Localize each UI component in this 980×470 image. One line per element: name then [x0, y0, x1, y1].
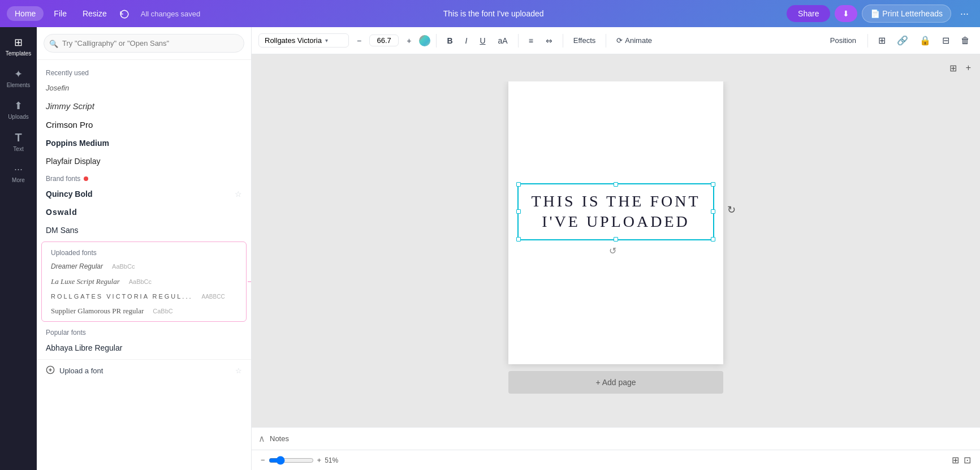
grid-view-button[interactable]: ⊞	[952, 455, 959, 465]
decrease-font-size[interactable]: −	[352, 34, 366, 48]
elements-icon: ✦	[14, 68, 23, 80]
uploaded-font-dreamer[interactable]: Dreamer Regular AaBbCc	[42, 259, 246, 274]
text-icon: T	[15, 131, 21, 144]
undo-button[interactable]	[117, 6, 132, 21]
laluxe-font-name: La Luxe Script Regular	[51, 277, 120, 286]
font-search-wrap: 🔍	[37, 27, 251, 60]
delete-button[interactable]: 🗑	[957, 33, 973, 48]
brand-fonts-label: Brand fonts	[37, 170, 251, 185]
canvas-duplicate-icon[interactable]: ⊞	[947, 61, 959, 76]
upload-font-button[interactable]: Upload a font ☆	[37, 359, 251, 382]
handle-tm[interactable]	[614, 182, 618, 187]
italic-button[interactable]: I	[461, 34, 472, 48]
align-button[interactable]: ≡	[524, 34, 538, 48]
handle-mr[interactable]	[711, 209, 715, 214]
file-button[interactable]: File	[48, 6, 72, 21]
fullscreen-button[interactable]: ⊡	[964, 455, 971, 465]
handle-bl[interactable]	[516, 237, 521, 242]
font-name-crimson: Crimson Pro	[46, 120, 93, 130]
underline-button[interactable]: U	[475, 34, 490, 48]
font-item-quincy[interactable]: Quincy Bold ☆	[37, 185, 251, 203]
font-dropdown-arrow: ▾	[325, 37, 328, 44]
share-button[interactable]: Share	[787, 5, 830, 22]
case-button[interactable]: aA	[494, 34, 512, 48]
position-button[interactable]: Position	[826, 34, 861, 47]
font-item-josefin[interactable]: Josefin	[37, 79, 251, 97]
canvas-content-area: Rollgates Victoria ▾ − + B I U aA ≡ ⇔ Ef…	[252, 27, 980, 470]
font-size-input[interactable]	[372, 36, 396, 45]
animate-button[interactable]: ⟳ Animate	[612, 34, 657, 47]
notes-expand-icon[interactable]: ∧	[258, 433, 265, 444]
uploads-icon: ⬆	[14, 100, 23, 112]
font-selector[interactable]: Rollgates Victoria ▾	[258, 33, 349, 48]
more-button-top[interactable]: ···	[956, 6, 973, 22]
copy-style-button[interactable]: ⊞	[875, 33, 889, 48]
rotate-handle[interactable]: ↻	[727, 204, 736, 216]
brand-dot	[84, 176, 88, 181]
font-item-poppins[interactable]: Poppins Medium	[37, 134, 251, 152]
laluxe-preview: AaBbCc	[129, 278, 152, 285]
duplicate-button[interactable]: ⊟	[939, 33, 953, 48]
increase-font-size[interactable]: +	[402, 34, 416, 48]
topbar-right: Share ⬇ 📄 Print Letterheads ···	[787, 5, 973, 23]
divider1	[436, 34, 437, 48]
uploaded-font-rollgates[interactable]: ROLLGATES VICTORIA REGUL... AABBCC	[42, 290, 246, 303]
refresh-below[interactable]: ↺	[609, 245, 616, 256]
link-button[interactable]: 🔗	[893, 33, 912, 48]
rollgates-preview: AABBCC	[202, 294, 225, 300]
sidebar-item-templates[interactable]: ⊞ Templates	[2, 32, 35, 61]
font-item-dmsans[interactable]: DM Sans	[37, 221, 251, 239]
font-item-crimson[interactable]: Crimson Pro	[37, 115, 251, 134]
divider3	[563, 34, 563, 48]
handle-bm[interactable]	[614, 237, 618, 242]
handle-tl[interactable]	[516, 182, 521, 187]
spacing-button[interactable]: ⇔	[541, 34, 557, 48]
text-selection-box[interactable]: ↻ This is the font I've uploaded ↺	[517, 183, 714, 240]
sidebar-item-label-templates: Templates	[6, 50, 32, 57]
search-icon: 🔍	[49, 39, 58, 48]
print-button[interactable]: 📄 Print Letterheads	[862, 5, 951, 23]
recently-used-label: Recently used	[37, 64, 251, 79]
font-name-playfair: Playfair Display	[46, 157, 100, 166]
uploaded-font-supplier[interactable]: Supplier Glamorous PR regular CaBbC	[42, 303, 246, 319]
font-item-playfair[interactable]: Playfair Display	[37, 152, 251, 170]
font-name-abhaya: Abhaya Libre Regular	[46, 343, 122, 352]
dreamer-preview: AaBbCc	[112, 263, 135, 270]
sidebar-item-text[interactable]: T Text	[2, 127, 35, 157]
resize-button[interactable]: Resize	[77, 6, 113, 21]
font-item-abhaya[interactable]: Abhaya Libre Regular	[37, 339, 251, 357]
add-page-button[interactable]: + Add page	[508, 371, 723, 394]
download-button[interactable]: ⬇	[835, 5, 857, 22]
zoom-plus[interactable]: +	[317, 456, 322, 464]
sidebar-item-label-more: More	[12, 177, 25, 183]
font-search-input[interactable]	[44, 34, 244, 53]
rollgates-font-name: ROLLGATES VICTORIA REGUL...	[51, 293, 193, 300]
canvas-scroll-area[interactable]: ↻ This is the font I've uploaded ↺ + Add…	[252, 81, 980, 427]
font-name-dmsans: DM Sans	[46, 226, 79, 235]
effects-button[interactable]: Effects	[569, 34, 601, 47]
canvas-page: ↻ This is the font I've uploaded ↺	[508, 81, 723, 364]
font-item-oswald[interactable]: Oswald	[37, 203, 251, 221]
uploaded-font-laluxe[interactable]: La Luxe Script Regular AaBbCc	[42, 274, 246, 290]
font-list: Recently used Josefin Jimmy Script Crims…	[37, 60, 251, 470]
selected-text: This is the font I've uploaded	[525, 191, 706, 232]
sidebar-item-uploads[interactable]: ⬆ Uploads	[2, 95, 35, 124]
status-bar: − + 51% ⊞ ⊡	[252, 450, 980, 470]
zoom-minus[interactable]: −	[261, 456, 265, 464]
divider4	[606, 34, 606, 48]
sidebar-item-more[interactable]: ··· More	[2, 159, 35, 188]
handle-br[interactable]	[711, 237, 715, 242]
home-button[interactable]: Home	[7, 6, 44, 21]
bold-button[interactable]: B	[442, 34, 457, 48]
handle-ml[interactable]	[516, 209, 521, 214]
handle-tr[interactable]	[711, 182, 715, 187]
lock-button[interactable]: 🔒	[916, 33, 934, 48]
font-search-inner: 🔍	[44, 34, 244, 53]
color-picker[interactable]	[419, 35, 430, 46]
canvas-add-icon[interactable]: +	[964, 61, 973, 75]
zoom-slider[interactable]	[269, 456, 314, 465]
templates-icon: ⊞	[14, 36, 23, 49]
sidebar-item-elements[interactable]: ✦ Elements	[2, 63, 35, 93]
font-item-jimmy[interactable]: Jimmy Script	[37, 97, 251, 115]
download-icon: ⬇	[843, 9, 849, 18]
